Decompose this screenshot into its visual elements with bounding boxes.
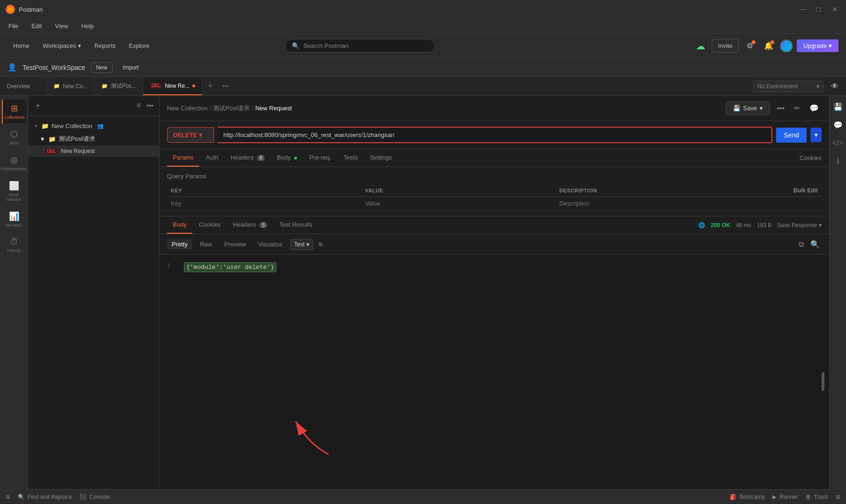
import-button[interactable]: Import: [118, 63, 144, 72]
req-tab-params[interactable]: Params: [167, 149, 199, 167]
send-button[interactable]: Send: [776, 128, 807, 143]
nav-explore[interactable]: Explore: [123, 39, 155, 52]
info-sidebar-btn[interactable]: ℹ: [834, 154, 842, 168]
panel-more-button[interactable]: •••: [146, 102, 153, 109]
tab-request[interactable]: DEL New Re...: [143, 77, 202, 95]
collection-new-collection[interactable]: ▼ 📁 New Collection 👥: [28, 120, 159, 132]
format-icon-btn[interactable]: ≡: [316, 238, 324, 251]
nav-reports[interactable]: Reports: [89, 39, 122, 52]
eye-icon-btn[interactable]: 👁: [827, 79, 842, 94]
sidebar-item-history[interactable]: ⏱ History: [2, 233, 26, 257]
find-replace[interactable]: 🔍 Find and Replace: [18, 494, 72, 500]
chat-sidebar-btn[interactable]: 💬: [831, 118, 846, 132]
add-tab-button[interactable]: +: [202, 77, 219, 95]
avatar[interactable]: [780, 39, 793, 53]
layout-toggle[interactable]: ⊞: [6, 494, 10, 500]
cookies-bottom[interactable]: ⊞: [836, 494, 840, 500]
req-tab-body[interactable]: Body: [271, 149, 303, 167]
menu-help[interactable]: Help: [78, 21, 97, 31]
resp-tab-test-results[interactable]: Test Results: [274, 216, 318, 234]
req-tab-prereq[interactable]: Pre-req.: [304, 149, 337, 167]
sidebar-item-environments[interactable]: ◎ Environments: [2, 151, 26, 175]
apis-icon: ⬡: [10, 129, 18, 139]
left-panel: + ≡ ••• ▼ 📁 New Collection 👥 ▼ 📁 测试Post请…: [28, 96, 160, 489]
runner-icon: ▶: [772, 494, 777, 500]
runner[interactable]: ▶ Runner: [772, 494, 798, 500]
close-button[interactable]: ✕: [829, 5, 840, 14]
req-tab-headers[interactable]: Headers 8: [225, 149, 270, 167]
resp-raw-tab[interactable]: Raw: [195, 239, 217, 250]
comment-icon-btn[interactable]: 💬: [807, 102, 822, 115]
more-options-button[interactable]: •••: [774, 102, 787, 115]
save-response-button[interactable]: Save Response ▾: [777, 222, 822, 229]
sync-icon-btn[interactable]: ☁: [693, 38, 708, 53]
sidebar-item-monitors[interactable]: 📊 Monitors: [2, 207, 26, 231]
menu-view[interactable]: View: [52, 21, 71, 31]
bootcamp[interactable]: 🎒 Bootcamp: [730, 494, 765, 500]
response-size: 193 B: [757, 222, 771, 229]
subfolder-caret-icon: ▼: [39, 136, 46, 143]
sidebar-item-mock-servers[interactable]: ⬜ Mock Servers: [2, 177, 26, 206]
nav-workspaces[interactable]: Workspaces ▾: [37, 39, 87, 52]
maximize-button[interactable]: □: [814, 5, 823, 14]
resp-tab-headers[interactable]: Headers 5: [228, 216, 273, 234]
method-select[interactable]: DELETE ▾: [167, 127, 214, 143]
add-collection-button[interactable]: +: [34, 100, 42, 111]
params-value-input[interactable]: [365, 200, 444, 207]
new-button[interactable]: New: [91, 62, 113, 73]
sort-button[interactable]: ≡: [135, 100, 143, 111]
bottom-right: 🎒 Bootcamp ▶ Runner 🗑 Trash ⊞: [730, 494, 840, 500]
search-placeholder: Search Postman: [303, 42, 348, 49]
req-tab-tests[interactable]: Tests: [338, 149, 363, 167]
environment-select[interactable]: No Environment ▾: [753, 81, 823, 92]
resp-tab-cookies[interactable]: Cookies: [193, 216, 227, 234]
main-content: New Collection / 测试Post请求 / New Request …: [160, 96, 829, 489]
resp-preview-tab[interactable]: Preview: [220, 239, 251, 250]
save-button[interactable]: 💾 Save ▾: [726, 101, 770, 115]
response-status: 🌐 200 OK 46 ms 193 B Save Response ▾: [698, 222, 822, 229]
history-icon: ⏱: [10, 237, 18, 247]
settings-dot: [752, 40, 755, 44]
console[interactable]: ⬛ Console: [79, 494, 110, 500]
params-desc-input[interactable]: [559, 200, 638, 207]
app-logo: 🟠: [6, 5, 15, 14]
tab-folder[interactable]: 📁 测试Pos...: [95, 77, 144, 95]
request-header: New Collection / 测试Post请求 / New Request …: [160, 96, 829, 121]
trash[interactable]: 🗑 Trash: [806, 494, 828, 500]
req-tab-settings[interactable]: Settings: [364, 149, 397, 167]
workspace-name: TestPost_WorkSpace: [23, 64, 85, 71]
search-bar[interactable]: 🔍 Search Postman: [285, 39, 435, 53]
resp-format-select[interactable]: Text ▾: [290, 239, 313, 250]
sidebar-icons: ⊞ Collections ⬡ APIs ◎ Environments ⬜ Mo…: [0, 96, 28, 489]
code-sidebar-btn[interactable]: </>: [830, 136, 846, 150]
edit-icon-btn[interactable]: ✏: [791, 102, 803, 115]
menu-file[interactable]: File: [6, 21, 21, 31]
sidebar-item-collections[interactable]: ⊞ Collections: [2, 99, 26, 123]
tab-overview[interactable]: Overview: [0, 77, 47, 95]
req-tab-auth[interactable]: Auth: [200, 149, 224, 167]
upgrade-button[interactable]: Upgrade ▾: [797, 39, 838, 52]
cookies-link[interactable]: Cookies: [800, 154, 822, 161]
nav-home[interactable]: Home: [8, 39, 35, 52]
minimize-button[interactable]: ─: [798, 5, 808, 14]
more-tabs-button[interactable]: •••: [219, 77, 233, 95]
menu-edit[interactable]: Edit: [29, 21, 45, 31]
collection-tree: ▼ 📁 New Collection 👥 ▼ 📁 测试Post请求 DEL Ne…: [28, 116, 159, 489]
request-item-new-request[interactable]: DEL New Request: [28, 145, 159, 157]
notification-icon-btn[interactable]: 🔔: [761, 38, 776, 53]
resp-pretty-tab[interactable]: Pretty: [167, 239, 192, 250]
bulk-edit-button[interactable]: Bulk Edit: [793, 187, 818, 194]
tab-new-collection[interactable]: 📁 New Co...: [47, 77, 95, 95]
save-sidebar-btn[interactable]: 💾: [831, 99, 846, 114]
search-response-button[interactable]: 🔍: [808, 238, 822, 251]
sidebar-item-apis[interactable]: ⬡ APIs: [2, 125, 26, 149]
resp-visualize-tab[interactable]: Visualize: [253, 239, 287, 250]
url-input[interactable]: [218, 127, 772, 143]
copy-response-button[interactable]: ⧉: [797, 238, 806, 251]
subfolder-test-post[interactable]: ▼ 📁 测试Post请求: [28, 132, 159, 145]
send-arrow-button[interactable]: ▾: [810, 128, 822, 142]
invite-button[interactable]: Invite: [712, 39, 739, 53]
resp-tab-body[interactable]: Body: [167, 216, 192, 234]
params-key-input[interactable]: [171, 200, 250, 207]
settings-icon-btn[interactable]: ⚙: [742, 38, 757, 53]
